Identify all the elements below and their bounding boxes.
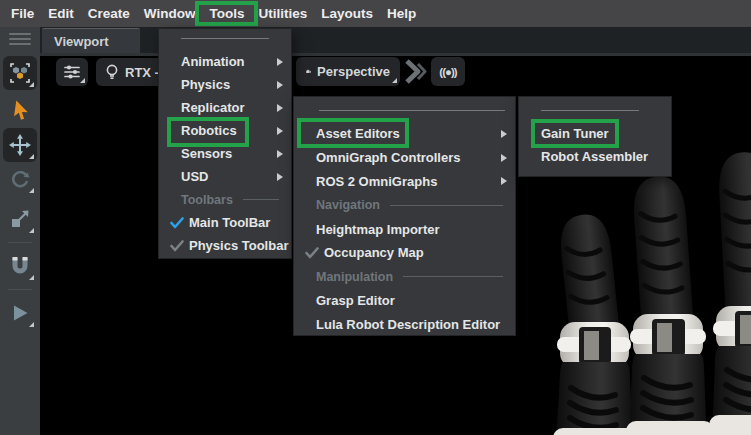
submenu-arrow-icon [277,58,283,66]
menu-item-main-toolbar[interactable]: Main ToolBar [159,211,291,234]
render-settings-button[interactable] [56,58,88,86]
scale-icon [10,209,30,229]
menu-bar: File Edit Create Window Tools Utilities … [0,0,751,27]
tearoff-separator [319,110,505,111]
flyout-corner-mark [29,228,34,233]
rotate-tool-button[interactable] [3,162,37,196]
menu-file[interactable]: File [4,0,41,27]
tab-bar: Viewport [40,27,751,53]
submenu-arrow-icon [501,177,507,185]
menu-item-usd[interactable]: USD [159,165,291,188]
tearoff-separator [541,110,639,111]
flyout-corner-mark [29,82,34,87]
check-icon [170,240,184,252]
menu-utilities[interactable]: Utilities [251,0,314,27]
play-button[interactable] [3,296,37,330]
cursor-icon [10,100,30,122]
menu-create[interactable]: Create [81,0,137,27]
tab-viewport-label: Viewport [54,34,109,49]
viewport-top-border [40,53,751,56]
sliders-icon [63,64,81,80]
double-chevron-icon [403,58,429,85]
flyout-corner-mark [29,322,34,327]
menu-item-grasp-editor[interactable]: Grasp Editor [294,289,515,313]
selection-mode-button[interactable] [3,56,37,90]
asset-editors-submenu: Gain Tuner Robot Assembler [518,96,672,177]
submenu-arrow-icon [277,127,283,135]
broadcast-button[interactable]: ((●)) [431,57,465,86]
menu-item-physics[interactable]: Physics [159,73,291,96]
magnet-icon [9,256,31,276]
snap-tool-button[interactable] [3,249,37,283]
menu-item-asset-editors[interactable]: Asset Editors [294,122,515,146]
menu-item-physics-toolbar[interactable]: Physics Toolbar [159,234,291,257]
video-camera-icon [306,64,311,79]
flyout-corner-mark [392,78,397,83]
tab-viewport[interactable]: Viewport [42,28,140,53]
menu-item-omnigraph-controllers[interactable]: OmniGraph Controllers [294,146,515,170]
submenu-arrow-icon [501,130,507,138]
flyout-corner-mark [80,78,85,83]
rotate-arrows-icon [9,168,31,190]
menu-item-robotics[interactable]: Robotics [159,119,291,142]
scale-tool-button[interactable] [3,202,37,236]
menu-window[interactable]: Window [137,0,203,27]
menu-item-replicator[interactable]: Replicator [159,96,291,119]
submenu-arrow-icon [277,150,283,158]
flyout-corner-mark [29,154,34,159]
submenu-arrow-icon [277,173,283,181]
menu-item-heightmap-importer[interactable]: Heightmap Importer [294,217,515,241]
move-tool-button[interactable] [3,128,37,162]
main-toolbar [0,27,40,435]
menu-item-ros2-omnigraphs[interactable]: ROS 2 OmniGraphs [294,170,515,194]
check-icon [170,217,184,229]
menu-item-lula-robot-description-editor[interactable]: Lula Robot Description Editor [294,312,515,336]
camera-selector-button[interactable]: Perspective [296,57,400,86]
selection-cubes-icon [9,62,31,84]
menu-help[interactable]: Help [380,0,423,27]
section-navigation: Navigation [294,193,515,217]
menu-item-occupancy-map[interactable]: Occupancy Map [294,241,515,265]
toolbar-grip-icon[interactable] [9,33,31,48]
menu-tools[interactable]: Tools [202,0,251,27]
select-tool-button[interactable] [3,94,37,128]
broadcast-icon: ((●)) [439,66,456,78]
section-manipulation: Manipulation [294,265,515,289]
submenu-arrow-icon [277,104,283,112]
tools-dropdown: Animation Physics Replicator Robotics Se… [158,28,292,259]
renderer-label: RTX - [125,65,159,80]
toolbar-separator [8,242,32,243]
toolbar-separator [8,289,32,290]
camera-label: Perspective [317,64,390,79]
check-icon [305,247,319,259]
lightbulb-icon [105,63,119,81]
play-icon [10,303,30,323]
menu-item-animation[interactable]: Animation [159,50,291,73]
isaac-sim-window: RTX - Perspective ((●)) Viewport [0,0,751,435]
menu-layouts[interactable]: Layouts [314,0,380,27]
submenu-arrow-icon [277,81,283,89]
flyout-corner-mark [29,188,34,193]
move-arrows-icon [9,134,31,156]
robotics-submenu: Asset Editors OmniGraph Controllers ROS … [293,96,516,336]
section-toolbars: Toolbars [159,188,291,211]
flyout-corner-mark [29,275,34,280]
tearoff-separator [181,38,269,39]
menu-item-sensors[interactable]: Sensors [159,142,291,165]
menu-item-robot-assembler[interactable]: Robot Assembler [519,145,671,168]
menu-edit[interactable]: Edit [41,0,81,27]
submenu-arrow-icon [501,154,507,162]
menu-item-gain-tuner[interactable]: Gain Tuner [519,122,671,145]
